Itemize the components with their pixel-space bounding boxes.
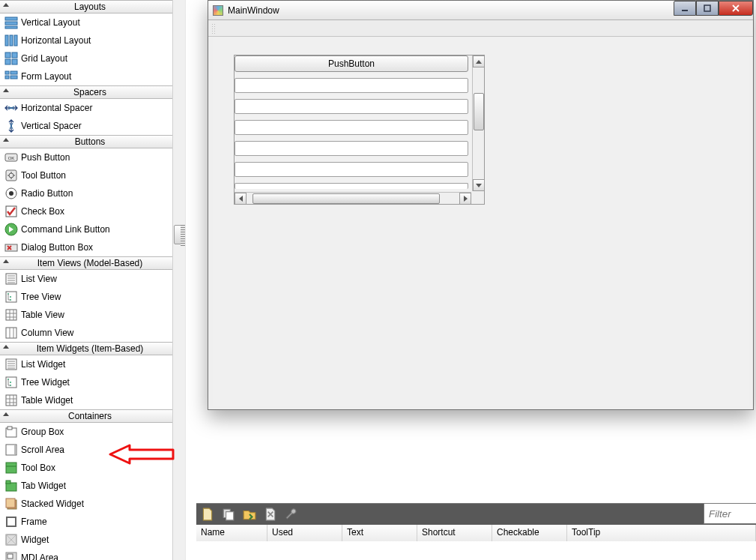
form-window[interactable]: MainWindow [208,0,754,410]
widget-box-item[interactable]: Tab Widget [0,477,180,495]
maximize-button[interactable] [696,1,719,16]
scroll-left-button[interactable] [235,193,247,205]
widget-box-scrollbar[interactable] [172,0,185,560]
widget-box-item[interactable]: Vertical Spacer [0,117,180,135]
line-edit-widget[interactable] [235,141,468,156]
copy-action-button[interactable] [222,508,235,521]
widget-box-item[interactable]: Table View [0,306,180,324]
splitter-handle[interactable] [181,225,185,246]
widget-box-item[interactable]: Column View [0,324,180,342]
table-column-label: Checkable [497,527,539,538]
widget-box-item[interactable]: Tree View [0,288,180,306]
svg-rect-44 [6,499,15,508]
table-column-label: Text [347,527,363,538]
widget-group-title: Spacers [73,86,106,98]
stacked-widget-icon [4,497,18,511]
scroll-area-widget[interactable]: PushButton [234,55,485,205]
radio-button-icon [4,187,18,200]
widget-box-item-label: Horizontal Spacer [21,103,92,113]
widget-group-header[interactable]: Item Views (Model-Based) [0,256,180,270]
scroll-up-button[interactable] [473,55,485,67]
widget-box-item[interactable]: Command Link Button [0,220,180,238]
scroll-down-button[interactable] [473,179,485,191]
table-column-header[interactable]: Shortcut [417,525,492,541]
widget-box-item[interactable]: Vertical Layout [0,13,180,31]
widget-box-item[interactable]: Widget [0,531,180,549]
svg-point-26 [10,296,11,298]
widget-icon [4,533,18,547]
widget-box-item[interactable]: Table Widget [0,391,180,409]
widget-group-title: Item Widgets (Item-Based) [37,343,144,355]
widget-group-header[interactable]: Buttons [0,135,180,148]
widget-box-item[interactable]: Check Box [0,202,180,220]
command-link-icon [4,223,18,236]
widget-box-item[interactable]: Tree Widget [0,373,180,391]
new-action-button[interactable] [201,508,214,521]
table-column-header[interactable]: ToolTip [567,525,756,541]
widget-box-item-label: Frame [21,517,47,527]
scroll-area-contents[interactable]: PushButton [235,55,471,191]
svg-rect-39 [14,445,16,454]
frame-icon [4,515,18,529]
delete-action-button[interactable] [264,508,277,521]
paste-action-button[interactable] [243,508,256,521]
widget-box-item-label: List Widget [21,359,65,370]
line-edit-widget[interactable] [235,183,468,189]
scroll-right-button[interactable] [459,193,471,205]
minimize-button[interactable] [674,1,696,16]
table-column-header[interactable]: Used [267,525,342,541]
action-editor-panel: Name Used Text Shortcut Checkable ToolTi… [196,503,756,560]
svg-rect-35 [6,395,16,406]
widget-group-title: Layouts [74,1,106,13]
table-column-header[interactable]: Name [196,525,267,541]
widget-box-item[interactable]: OK Push Button [0,148,180,166]
filter-input[interactable] [704,504,756,524]
minimize-icon [681,4,689,12]
widget-box-item[interactable]: Dialog Button Box [0,238,180,256]
central-widget[interactable]: PushButton [213,38,749,406]
configure-action-button[interactable] [285,508,298,521]
annotation-arrow-icon [107,444,175,465]
widget-box-item[interactable]: Horizontal Layout [0,31,180,49]
table-column-header[interactable]: Checkable [492,525,567,541]
widget-box-item[interactable]: Group Box [0,423,180,441]
widget-box-item[interactable]: Form Layout [0,67,180,85]
widget-group-header[interactable]: Item Widgets (Item-Based) [0,342,180,355]
widget-box-item[interactable]: List View [0,270,180,288]
widget-box-item[interactable]: List Widget [0,355,180,373]
line-edit-widget[interactable] [235,162,468,177]
widget-box-item[interactable]: Frame [0,513,180,531]
window-title: MainWindow [228,5,279,16]
titlebar[interactable]: MainWindow [208,1,753,20]
scrollbar-thumb[interactable] [474,93,484,130]
line-edit-widget[interactable] [235,99,468,114]
line-edit-widget[interactable] [235,120,468,135]
widget-box-item[interactable]: Horizontal Spacer [0,99,180,117]
horizontal-layout-icon [4,34,18,47]
widget-box-item[interactable]: MDI Area [0,549,180,560]
widget-box-item-label: Tab Widget [21,481,66,491]
widget-group-header[interactable]: Containers [0,409,180,423]
scroll-area-horizontal-scrollbar[interactable] [235,192,471,204]
form-layout-icon [4,70,18,83]
widget-box-item[interactable]: Tool Button [0,166,180,184]
widget-group-header[interactable]: Layouts [0,0,180,13]
line-edit-widget[interactable] [235,78,468,93]
widget-box-item[interactable]: Stacked Widget [0,495,180,513]
form-toolbar[interactable] [208,20,753,37]
svg-rect-49 [682,10,688,11]
widget-group-header[interactable]: Spacers [0,85,180,99]
close-button[interactable] [719,1,753,16]
widget-box-item[interactable]: Grid Layout [0,49,180,67]
widget-group-title: Buttons [75,136,106,148]
tree-widget-icon [4,376,18,389]
scroll-area-vertical-scrollbar[interactable] [472,55,484,191]
widget-box-item[interactable]: Radio Button [0,184,180,202]
mdi-area-icon [4,551,18,560]
widget-box-item-label: Tool Button [21,170,66,181]
table-column-header[interactable]: Text [342,525,417,541]
scrollbar-thumb[interactable] [252,193,440,204]
push-button-widget[interactable]: PushButton [235,55,468,72]
action-editor-toolbar [196,504,756,525]
table-view-icon [4,308,18,322]
